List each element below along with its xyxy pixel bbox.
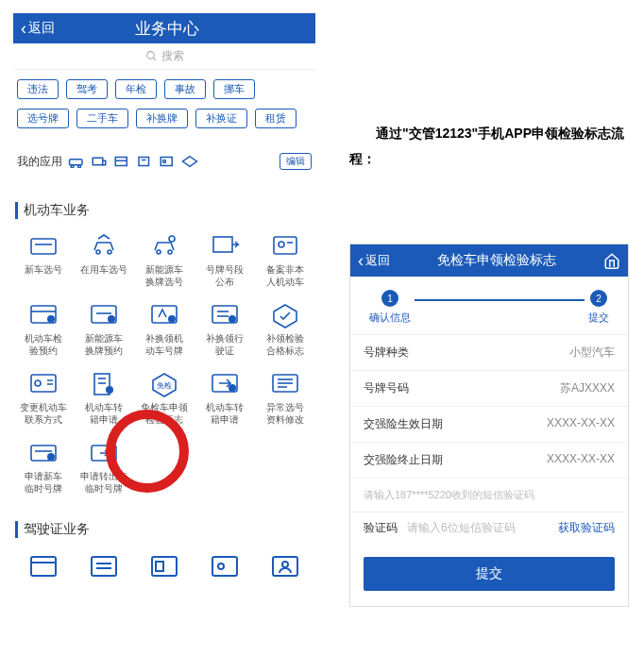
form-row: 交强险终止日期XXXX-XX-XX: [350, 442, 628, 478]
vehicle-grid: 新车选号在用车选号新能源车 换牌选号号牌号段 公布备案非本 人机动车机动车检 验…: [13, 232, 315, 495]
service-label: 新能源车 换牌预约: [85, 333, 123, 357]
service-icon: [88, 232, 120, 261]
form-label: 交强险生效日期: [364, 416, 443, 432]
search-placeholder: 搜索: [161, 48, 184, 64]
form-value: XXXX-XX-XX: [547, 452, 615, 468]
step-1-label: 确认信息: [369, 311, 411, 325]
app-mini-icon[interactable]: [113, 154, 130, 169]
service-label: 申请新车 临时号牌: [25, 471, 62, 495]
vehicle-service-item[interactable]: 补换领行 驶证: [196, 301, 253, 357]
form-value: 苏AJXXXX: [560, 380, 615, 396]
service-icon: [269, 232, 301, 261]
svg-point-0: [146, 52, 154, 59]
app-mini-icon[interactable]: [136, 154, 153, 169]
instruction-text: 通过"交管12123"手机APP申领检验标志流程：: [349, 121, 629, 171]
svg-rect-5: [93, 158, 103, 165]
app-mini-icon[interactable]: [181, 154, 198, 169]
vehicle-service-item[interactable]: 机动车转 籍申请: [76, 370, 132, 426]
vehicle-service-item[interactable]: 号牌号段 公布: [196, 232, 253, 288]
service-icon: [88, 439, 120, 467]
search-bar[interactable]: 搜索: [13, 43, 315, 70]
edit-button[interactable]: 编辑: [280, 153, 312, 170]
section-title-vehicle: 机动车业务: [15, 202, 315, 219]
get-code-button[interactable]: 获取验证码: [558, 520, 615, 536]
service-icon: [209, 370, 241, 398]
license-icon[interactable]: [209, 551, 241, 581]
service-label: 机动车转 籍申请: [85, 402, 123, 426]
svg-point-18: [168, 250, 172, 254]
verify-row: 验证码 请输入6位短信验证码 获取验证码: [350, 512, 628, 544]
tag-item[interactable]: 二手车: [76, 109, 128, 128]
search-icon: [145, 50, 158, 62]
app-mini-icon[interactable]: [91, 154, 108, 169]
tag-item[interactable]: 年检: [115, 79, 157, 99]
svg-point-66: [282, 562, 288, 567]
tag-item[interactable]: 租赁: [255, 109, 297, 128]
tag-item[interactable]: 补换牌: [136, 109, 188, 128]
tag-item[interactable]: 违法: [17, 79, 59, 99]
license-icon[interactable]: [27, 551, 59, 581]
section-title-license: 驾驶证业务: [15, 521, 315, 538]
svg-point-11: [163, 160, 166, 163]
back-label[interactable]: 返回: [365, 252, 390, 269]
tag-item[interactable]: 驾考: [66, 79, 108, 99]
submit-button[interactable]: 提交: [364, 557, 615, 591]
step-circle-icon: 1: [381, 290, 398, 307]
license-icon-row: [13, 551, 315, 581]
service-label: 异常选号 资料修改: [266, 402, 304, 426]
vehicle-service-item[interactable]: 新能源车 换牌预约: [76, 301, 132, 357]
svg-point-53: [47, 453, 55, 461]
my-apps-label: 我的应用: [17, 154, 62, 170]
svg-point-42: [106, 386, 113, 394]
service-icon: [27, 301, 59, 329]
service-label: 机动车检 验预约: [25, 333, 62, 357]
vehicle-service-item[interactable]: 机动车检 验预约: [15, 301, 72, 357]
license-icon[interactable]: [88, 551, 120, 581]
service-label: 申请转出车 临时号牌: [80, 471, 127, 495]
service-icon: [209, 232, 241, 261]
left-panel: ‹ 返回 业务中心 搜索 违法 驾考 年检 事故 挪车 选号牌 二手车 补换牌 …: [13, 13, 315, 581]
license-icon[interactable]: [148, 551, 180, 581]
my-apps-row: 我的应用 编辑: [13, 138, 315, 179]
right-header: ‹ 返回 免检车申领检验标志: [350, 244, 628, 277]
vehicle-service-item[interactable]: 新能源车 换牌选号: [136, 232, 193, 288]
service-label: 备案非本 人机动车: [266, 264, 304, 288]
right-page-title: 免检车申领检验标志: [390, 252, 603, 269]
right-panel: ‹ 返回 免检车申领检验标志 1 确认信息 2 提交 号牌种类小型汽车号牌号码苏…: [349, 244, 629, 607]
verify-input[interactable]: 请输入6位短信验证码: [407, 520, 558, 536]
tag-item[interactable]: 挪车: [213, 79, 255, 99]
tag-item[interactable]: 补换证: [195, 109, 247, 128]
step-line: [415, 299, 585, 301]
vehicle-service-item[interactable]: 免检免检车申领 检验标志: [136, 370, 193, 426]
left-header: ‹ 返回 业务中心: [13, 13, 315, 43]
app-mini-icon[interactable]: [159, 154, 176, 169]
back-chevron-icon[interactable]: ‹: [358, 251, 364, 271]
tag-item[interactable]: 选号牌: [17, 109, 69, 128]
tag-row-1: 违法 驾考 年检 事故 挪车: [13, 70, 315, 109]
svg-point-55: [108, 453, 115, 461]
service-icon: [269, 370, 301, 398]
service-label: 免检车申领 检验标志: [141, 402, 188, 426]
svg-rect-56: [31, 557, 56, 576]
home-icon[interactable]: [603, 252, 620, 269]
svg-text:免检: 免检: [157, 381, 172, 390]
vehicle-service-item[interactable]: 补换领机 动车号牌: [136, 301, 193, 357]
vehicle-service-item[interactable]: 申请转出车 临时号牌: [76, 439, 132, 495]
service-label: 补换领行 驶证: [206, 333, 244, 357]
vehicle-service-item[interactable]: 机动车转 籍申请: [196, 370, 253, 426]
svg-rect-8: [139, 158, 149, 166]
vehicle-service-item[interactable]: 新车选号: [15, 232, 72, 288]
vehicle-service-item[interactable]: 在用车选号: [76, 232, 132, 288]
vehicle-service-item[interactable]: 申请新车 临时号牌: [15, 439, 72, 495]
tag-item[interactable]: 事故: [164, 79, 206, 99]
vehicle-service-item[interactable]: 变更机动车 联系方式: [15, 370, 72, 426]
service-label: 在用车选号: [80, 264, 127, 277]
vehicle-service-item[interactable]: 异常选号 资料修改: [257, 370, 314, 426]
app-mini-icon[interactable]: [68, 154, 85, 169]
svg-rect-62: [156, 562, 163, 571]
license-icon[interactable]: [269, 551, 301, 581]
svg-point-38: [35, 380, 41, 386]
vehicle-service-item[interactable]: 备案非本 人机动车: [257, 232, 314, 288]
vehicle-service-item[interactable]: 补领检验 合格标志: [257, 301, 314, 357]
form-label: 号牌种类: [364, 345, 409, 361]
